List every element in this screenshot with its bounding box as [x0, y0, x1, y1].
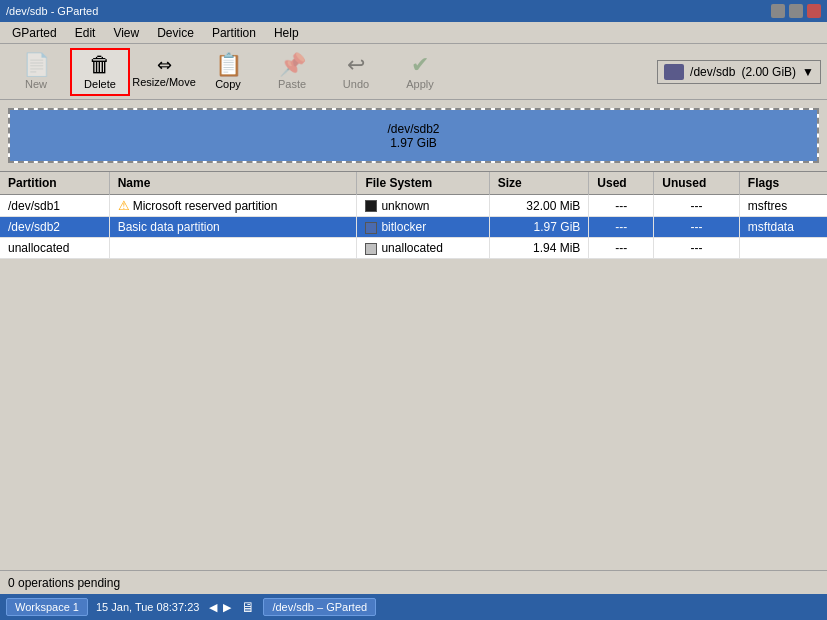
- undo-icon: ↩: [347, 54, 365, 76]
- taskbar-datetime: 15 Jan, Tue 08:37:23: [96, 601, 199, 613]
- delete-icon: 🗑: [89, 54, 111, 76]
- fs-color-box: [365, 200, 377, 212]
- menu-partition[interactable]: Partition: [204, 24, 264, 42]
- cell-partition: /dev/sdb2: [0, 217, 109, 238]
- new-button[interactable]: 📄 New: [6, 48, 66, 96]
- menu-view[interactable]: View: [105, 24, 147, 42]
- delete-button[interactable]: 🗑 Delete: [70, 48, 130, 96]
- col-unused[interactable]: Unused: [654, 172, 740, 195]
- nav-arrows[interactable]: ◀ ▶: [207, 601, 233, 614]
- apply-label: Apply: [406, 78, 434, 90]
- toolbar: 📄 New 🗑 Delete ⇔ Resize/Move 📋 Copy 📌 Pa…: [0, 44, 827, 100]
- partition-visual-size: 1.97 GiB: [390, 136, 437, 150]
- maximize-button[interactable]: [789, 4, 803, 18]
- partition-bar[interactable]: /dev/sdb2 1.97 GiB: [10, 110, 817, 161]
- nav-prev[interactable]: ◀: [207, 601, 219, 614]
- cell-size: 1.97 GiB: [489, 217, 589, 238]
- resize-button[interactable]: ⇔ Resize/Move: [134, 48, 194, 96]
- menu-bar: GParted Edit View Device Partition Help: [0, 22, 827, 44]
- taskbar-app[interactable]: /dev/sdb – GParted: [263, 598, 376, 616]
- window-title: /dev/sdb - GParted: [6, 5, 98, 17]
- paste-label: Paste: [278, 78, 306, 90]
- device-arrow: ▼: [802, 65, 814, 79]
- status-text: 0 operations pending: [8, 576, 120, 590]
- menu-device[interactable]: Device: [149, 24, 202, 42]
- cell-used: ---: [589, 217, 654, 238]
- minimize-button[interactable]: [771, 4, 785, 18]
- delete-label: Delete: [84, 78, 116, 90]
- undo-button[interactable]: ↩ Undo: [326, 48, 386, 96]
- table-header-row: Partition Name File System Size Used Unu…: [0, 172, 827, 195]
- cell-partition: /dev/sdb1: [0, 195, 109, 217]
- device-label: /dev/sdb: [690, 65, 735, 79]
- workspace-button[interactable]: Workspace 1: [6, 598, 88, 616]
- cell-name: ⚠Microsoft reserved partition: [109, 195, 357, 217]
- partition-visual-label: /dev/sdb2: [387, 122, 439, 136]
- col-partition[interactable]: Partition: [0, 172, 109, 195]
- resize-icon: ⇔: [157, 56, 172, 74]
- close-button[interactable]: [807, 4, 821, 18]
- fs-color-box: [365, 222, 377, 234]
- new-icon: 📄: [23, 54, 50, 76]
- fs-color-box: [365, 243, 377, 255]
- taskbar: Workspace 1 15 Jan, Tue 08:37:23 ◀ ▶ 🖥 /…: [0, 594, 827, 620]
- copy-label: Copy: [215, 78, 241, 90]
- cell-partition: unallocated: [0, 238, 109, 259]
- apply-button[interactable]: ✔ Apply: [390, 48, 450, 96]
- cell-used: ---: [589, 238, 654, 259]
- paste-button[interactable]: 📌 Paste: [262, 48, 322, 96]
- cell-used: ---: [589, 195, 654, 217]
- cell-unused: ---: [654, 238, 740, 259]
- copy-icon: 📋: [215, 54, 242, 76]
- disk-icon: [664, 64, 684, 80]
- cell-size: 1.94 MiB: [489, 238, 589, 259]
- warn-icon: ⚠: [118, 198, 130, 213]
- nav-next[interactable]: ▶: [221, 601, 233, 614]
- taskbar-monitor-icon: 🖥: [241, 599, 255, 615]
- col-size[interactable]: Size: [489, 172, 589, 195]
- cell-name: [109, 238, 357, 259]
- undo-label: Undo: [343, 78, 369, 90]
- cell-flags: [739, 238, 827, 259]
- cell-unused: ---: [654, 195, 740, 217]
- table-row[interactable]: /dev/sdb1⚠Microsoft reserved partitionun…: [0, 195, 827, 217]
- title-bar: /dev/sdb - GParted: [0, 0, 827, 22]
- menu-gparted[interactable]: GParted: [4, 24, 65, 42]
- menu-edit[interactable]: Edit: [67, 24, 104, 42]
- device-selector[interactable]: /dev/sdb (2.00 GiB) ▼: [657, 60, 821, 84]
- cell-filesystem: bitlocker: [357, 217, 489, 238]
- title-bar-controls[interactable]: [771, 4, 821, 18]
- device-size: (2.00 GiB): [741, 65, 796, 79]
- new-label: New: [25, 78, 47, 90]
- copy-button[interactable]: 📋 Copy: [198, 48, 258, 96]
- col-flags[interactable]: Flags: [739, 172, 827, 195]
- col-used[interactable]: Used: [589, 172, 654, 195]
- status-bar: 0 operations pending: [0, 570, 827, 594]
- cell-size: 32.00 MiB: [489, 195, 589, 217]
- resize-label: Resize/Move: [132, 76, 196, 88]
- cell-flags: msftres: [739, 195, 827, 217]
- partition-table: Partition Name File System Size Used Unu…: [0, 171, 827, 570]
- col-filesystem[interactable]: File System: [357, 172, 489, 195]
- paste-icon: 📌: [279, 54, 306, 76]
- table-row[interactable]: unallocatedunallocated1.94 MiB------: [0, 238, 827, 259]
- cell-filesystem: unallocated: [357, 238, 489, 259]
- cell-unused: ---: [654, 217, 740, 238]
- col-name[interactable]: Name: [109, 172, 357, 195]
- apply-icon: ✔: [411, 54, 429, 76]
- cell-name: Basic data partition: [109, 217, 357, 238]
- cell-filesystem: unknown: [357, 195, 489, 217]
- cell-flags: msftdata: [739, 217, 827, 238]
- table-row[interactable]: /dev/sdb2Basic data partitionbitlocker1.…: [0, 217, 827, 238]
- partition-visual: /dev/sdb2 1.97 GiB: [8, 108, 819, 163]
- menu-help[interactable]: Help: [266, 24, 307, 42]
